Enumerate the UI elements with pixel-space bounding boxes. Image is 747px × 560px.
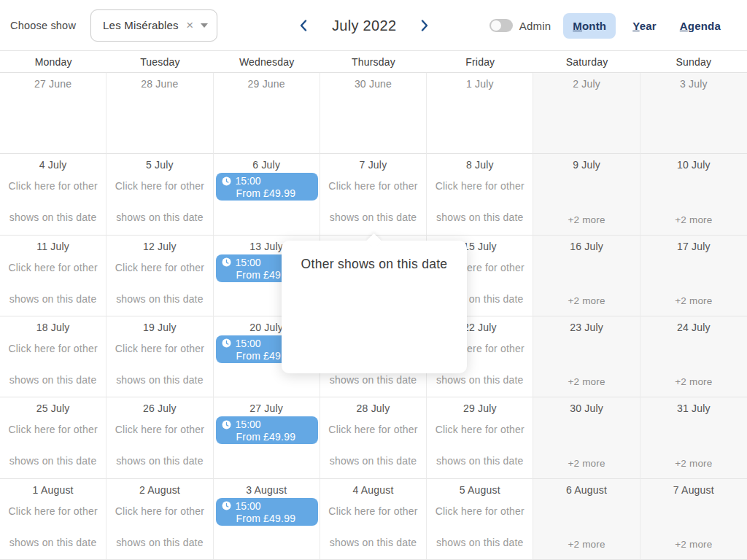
performance-chip[interactable]: 15:00From £49.99 xyxy=(216,173,318,201)
other-shows-link[interactable]: Click here for other shows on this date xyxy=(427,171,533,233)
dropdown-caret-icon[interactable] xyxy=(201,23,208,28)
more-shows-link[interactable]: +2 more xyxy=(640,458,747,469)
day-cell-7-july[interactable]: 7 JulyClick here for other shows on this… xyxy=(320,154,427,235)
day-cell-11-july[interactable]: 11 JulyClick here for other shows on thi… xyxy=(0,236,107,316)
performance-price: From £49.99 xyxy=(236,513,312,524)
day-cell-2-august[interactable]: 2 AugustClick here for other shows on th… xyxy=(107,479,213,560)
day-cell-26-july[interactable]: 26 JulyClick here for other shows on thi… xyxy=(107,397,213,478)
day-cell-1-august[interactable]: 1 AugustClick here for other shows on th… xyxy=(0,479,107,560)
other-shows-link[interactable]: Click here for other shows on this date xyxy=(107,414,212,477)
other-shows-link[interactable]: Click here for other shows on this date xyxy=(107,252,212,315)
date-label: 16 July xyxy=(533,236,639,252)
admin-toggle[interactable] xyxy=(489,19,513,32)
more-shows-link[interactable]: +2 more xyxy=(533,458,639,469)
date-label: 30 June xyxy=(320,73,426,90)
more-shows-link[interactable]: +2 more xyxy=(640,295,747,306)
day-cell-2-july: 2 July xyxy=(533,73,640,154)
day-cell-9-july[interactable]: 9 July+2 more xyxy=(533,154,640,235)
other-shows-link[interactable]: Click here for other shows on this date xyxy=(427,496,533,559)
more-shows-link[interactable]: +2 more xyxy=(533,539,639,550)
other-shows-link[interactable]: Click here for other shows on this date xyxy=(0,496,106,559)
weekday-wednesday: Wednesday xyxy=(214,56,320,68)
more-shows-link[interactable]: +2 more xyxy=(533,376,639,387)
day-cell-3-august[interactable]: 3 August15:00From £49.99 xyxy=(214,479,320,560)
day-cell-27-july[interactable]: 27 July15:00From £49.99 xyxy=(214,397,320,478)
clock-icon xyxy=(222,420,231,429)
date-label: 6 August xyxy=(533,479,639,496)
date-label: 10 July xyxy=(640,154,747,171)
next-month-button[interactable] xyxy=(417,16,432,35)
view-tab-agenda[interactable]: Agenda xyxy=(673,13,727,39)
performance-time: 15:00 xyxy=(236,257,261,268)
day-cell-29-july[interactable]: 29 JulyClick here for other shows on thi… xyxy=(427,397,533,478)
day-cell-25-july[interactable]: 25 JulyClick here for other shows on thi… xyxy=(0,397,107,478)
day-cell-4-august[interactable]: 4 AugustClick here for other shows on th… xyxy=(320,479,427,560)
day-cell-6-august[interactable]: 6 August+2 more xyxy=(533,479,640,560)
day-cell-16-july[interactable]: 16 July+2 more xyxy=(533,236,640,316)
view-tab-month[interactable]: Month xyxy=(563,13,616,39)
more-shows-link[interactable]: +2 more xyxy=(533,295,639,306)
view-tab-year[interactable]: Year xyxy=(626,13,663,39)
date-label: 5 August xyxy=(427,479,533,496)
date-label: 17 July xyxy=(640,236,747,252)
clear-selection-icon[interactable]: × xyxy=(182,19,198,31)
weekday-header-row: Monday Tuesday Wednesday Thursday Friday… xyxy=(0,51,747,73)
more-shows-link[interactable]: +2 more xyxy=(640,539,747,550)
other-shows-link[interactable]: Click here for other shows on this date xyxy=(0,333,106,396)
other-shows-link[interactable]: Click here for other shows on this date xyxy=(107,333,212,396)
date-label: 23 July xyxy=(533,316,639,333)
prev-month-button[interactable] xyxy=(296,16,311,35)
day-cell-30-july[interactable]: 30 July+2 more xyxy=(533,397,640,478)
day-cell-19-july[interactable]: 19 JulyClick here for other shows on thi… xyxy=(107,316,213,397)
day-cell-30-june: 30 June xyxy=(320,73,427,154)
other-shows-link[interactable]: Click here for other shows on this date xyxy=(0,171,106,233)
other-shows-link[interactable]: Click here for other shows on this date xyxy=(320,414,426,477)
chevron-right-icon xyxy=(420,19,429,32)
day-cell-23-july[interactable]: 23 July+2 more xyxy=(533,316,640,397)
date-label: 28 July xyxy=(320,397,426,414)
weekday-sunday: Sunday xyxy=(640,56,747,68)
day-cell-18-july[interactable]: 18 JulyClick here for other shows on thi… xyxy=(0,316,107,397)
other-shows-link[interactable]: Click here for other shows on this date xyxy=(0,252,106,315)
day-cell-3-july: 3 July xyxy=(640,73,747,154)
other-shows-link[interactable]: Click here for other shows on this date xyxy=(107,496,212,559)
other-shows-link[interactable]: Click here for other shows on this date xyxy=(320,496,426,559)
day-cell-28-july[interactable]: 28 JulyClick here for other shows on thi… xyxy=(320,397,427,478)
performance-price: From £49.99 xyxy=(236,187,312,199)
date-label: 30 July xyxy=(533,397,639,414)
day-cell-31-july[interactable]: 31 July+2 more xyxy=(640,397,747,478)
day-cell-27-june: 27 June xyxy=(0,73,107,154)
other-shows-link[interactable]: Click here for other shows on this date xyxy=(107,171,212,233)
date-label: 29 July xyxy=(427,397,533,414)
date-label: 4 August xyxy=(320,479,426,496)
day-cell-5-august[interactable]: 5 AugustClick here for other shows on th… xyxy=(427,479,533,560)
performance-time: 15:00 xyxy=(236,175,261,187)
weekday-monday: Monday xyxy=(0,56,107,68)
other-shows-link[interactable]: Click here for other shows on this date xyxy=(320,171,426,233)
day-cell-5-july[interactable]: 5 JulyClick here for other shows on this… xyxy=(107,154,213,235)
day-cell-4-july[interactable]: 4 JulyClick here for other shows on this… xyxy=(0,154,107,235)
other-shows-link[interactable]: Click here for other shows on this date xyxy=(427,414,533,477)
day-cell-10-july[interactable]: 10 July+2 more xyxy=(640,154,747,235)
show-select[interactable]: Les Misérables × xyxy=(90,9,217,42)
weekday-friday: Friday xyxy=(427,56,533,68)
day-cell-29-june: 29 June xyxy=(214,73,320,154)
more-shows-link[interactable]: +2 more xyxy=(640,214,747,225)
more-shows-link[interactable]: +2 more xyxy=(533,214,639,225)
date-label: 12 July xyxy=(107,236,212,252)
date-label: 18 July xyxy=(0,316,106,333)
day-cell-8-july[interactable]: 8 JulyClick here for other shows on this… xyxy=(427,154,533,235)
month-navigation: July 2022 xyxy=(296,0,432,51)
more-shows-link[interactable]: +2 more xyxy=(640,376,747,387)
day-cell-17-july[interactable]: 17 July+2 more xyxy=(640,236,747,316)
day-cell-24-july[interactable]: 24 July+2 more xyxy=(640,316,747,397)
day-cell-12-july[interactable]: 12 JulyClick here for other shows on thi… xyxy=(107,236,213,316)
other-shows-link[interactable]: Click here for other shows on this date xyxy=(0,414,106,477)
performance-chip[interactable]: 15:00From £49.99 xyxy=(216,416,318,444)
performance-price: From £49.99 xyxy=(236,431,312,443)
day-cell-6-july[interactable]: 6 July15:00From £49.99 xyxy=(214,154,320,235)
performance-chip[interactable]: 15:00From £49.99 xyxy=(216,498,318,526)
clock-icon xyxy=(222,257,231,267)
calendar-app: Choose show Les Misérables × July 2022 A… xyxy=(0,0,747,560)
day-cell-7-august[interactable]: 7 August+2 more xyxy=(640,479,747,560)
